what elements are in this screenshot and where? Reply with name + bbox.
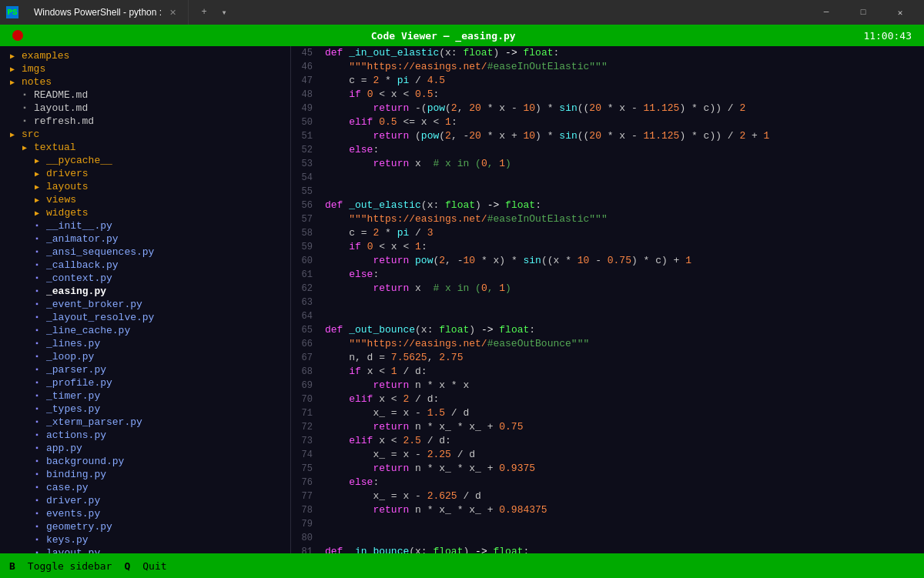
tree-item[interactable]: ▪refresh.md <box>0 115 290 128</box>
minimize-button[interactable]: ─ <box>808 0 844 25</box>
tab-powershell[interactable]: Windows PowerShell - python : ✕ <box>25 0 189 25</box>
line-content: x_ = x - 2.25 / d <box>322 448 924 462</box>
code-line: 80 <box>291 531 924 545</box>
tab-bar: Windows PowerShell - python : ✕ + ▾ <box>25 0 802 25</box>
line-content: n, d = 7.5625, 2.75 <box>322 351 924 365</box>
line-number: 52 <box>291 143 322 157</box>
code-line: 76 else: <box>291 476 924 489</box>
tree-item[interactable]: ▪_lines.py <box>0 337 290 350</box>
code-line: 63 <box>291 296 924 309</box>
tree-item[interactable]: ▶__pycache__ <box>0 154 290 167</box>
file-tree-sidebar[interactable]: ▶examples▶imgs▶notes▪README.md▪layout.md… <box>0 46 291 553</box>
add-tab-button[interactable]: + <box>195 3 213 22</box>
tree-item[interactable]: ▪_layout_resolve.py <box>0 311 290 324</box>
close-button[interactable]: ✕ <box>882 0 918 25</box>
tab-close-button[interactable]: ✕ <box>166 6 179 18</box>
tree-item[interactable]: ▪keys.py <box>0 533 290 546</box>
code-line: 68 if x < 1 / d: <box>291 365 924 379</box>
tree-item[interactable]: ▪layout.py <box>0 546 290 553</box>
tree-item[interactable]: ▪driver.py <box>0 494 290 507</box>
tree-item[interactable]: ▪README.md <box>0 89 290 102</box>
tree-item[interactable]: ▪_types.py <box>0 403 290 416</box>
tree-item[interactable]: ▶views <box>0 193 290 206</box>
folder-label: widgets <box>46 207 89 219</box>
line-content: def _out_bounce(x: float) -> float: <box>322 323 924 337</box>
tree-item[interactable]: ▶imgs <box>0 62 290 75</box>
bottom-bar: B Toggle sidebar Q Quit <box>0 553 924 578</box>
tree-item[interactable]: ▪_easing.py <box>0 285 290 298</box>
tree-item[interactable]: ▪_timer.py <box>0 389 290 403</box>
tab-dropdown-button[interactable]: ▾ <box>215 3 233 22</box>
file-icon: ▪ <box>31 326 43 335</box>
file-label: binding.py <box>46 469 106 480</box>
tree-item[interactable]: ▶layouts <box>0 180 290 193</box>
tree-item[interactable]: ▪geometry.py <box>0 520 290 533</box>
tree-item[interactable]: ▪events.py <box>0 507 290 520</box>
line-content: def _in_out_elastic(x: float) -> float: <box>322 46 924 60</box>
folder-icon: ▶ <box>31 195 43 205</box>
tree-item[interactable]: ▶src <box>0 128 290 141</box>
line-number: 54 <box>291 171 322 185</box>
code-line: 71 x_ = x - 1.5 / d <box>291 406 924 420</box>
window-controls: ─ □ ✕ <box>808 0 918 25</box>
tree-item[interactable]: ▪binding.py <box>0 468 290 481</box>
tree-item[interactable]: ▶textual <box>0 141 290 154</box>
tree-item[interactable]: ▪_callback.py <box>0 259 290 272</box>
tree-item[interactable]: ▶widgets <box>0 206 290 219</box>
line-number: 62 <box>291 282 322 296</box>
line-content: x_ = x - 1.5 / d <box>322 406 924 420</box>
tree-item[interactable]: ▶drivers <box>0 167 290 180</box>
tree-item[interactable]: ▪_ansi_sequences.py <box>0 246 290 259</box>
tree-item[interactable]: ▪_parser.py <box>0 363 290 376</box>
tree-item[interactable]: ▪background.py <box>0 455 290 468</box>
code-editor-area[interactable]: 45def _in_out_elastic(x: float) -> float… <box>291 46 924 553</box>
tree-item[interactable]: ▪_context.py <box>0 272 290 285</box>
code-line: 69 return n * x * x <box>291 379 924 393</box>
tree-item[interactable]: ▪_profile.py <box>0 376 290 389</box>
tree-item[interactable]: ▪_xterm_parser.py <box>0 416 290 429</box>
code-line: 50 elif 0.5 <= x < 1: <box>291 115 924 129</box>
line-content: else: <box>322 268 924 282</box>
line-content: return x # x in (0, 1) <box>322 157 924 171</box>
code-line: 64 <box>291 309 924 323</box>
tree-item[interactable]: ▪app.py <box>0 442 290 455</box>
file-icon: ▪ <box>18 104 31 112</box>
code-line: 62 return x # x in (0, 1) <box>291 282 924 296</box>
file-icon: ▪ <box>31 235 43 243</box>
code-line: 58 c = 2 * pi / 3 <box>291 226 924 240</box>
line-number: 76 <box>291 476 322 489</box>
q-key: Q <box>124 560 130 572</box>
line-number: 51 <box>291 129 322 143</box>
code-line: 59 if 0 < x < 1: <box>291 240 924 254</box>
file-icon: ▪ <box>31 549 43 553</box>
maximize-button[interactable]: □ <box>845 0 881 25</box>
code-line: 72 return n * x_ * x_ + 0.75 <box>291 420 924 434</box>
file-icon: ▪ <box>31 287 43 296</box>
tree-item[interactable]: ▶examples <box>0 49 290 62</box>
tree-item[interactable]: ▪actions.py <box>0 429 290 442</box>
code-line: 67 n, d = 7.5625, 2.75 <box>291 351 924 365</box>
file-label: _line_cache.py <box>46 325 130 336</box>
line-content <box>322 185 924 199</box>
file-icon: ▪ <box>31 313 43 322</box>
file-icon: ▪ <box>18 117 31 125</box>
file-label: _profile.py <box>46 377 112 389</box>
tree-item[interactable]: ▪case.py <box>0 481 290 494</box>
file-icon: ▪ <box>31 352 43 361</box>
tree-item[interactable]: ▪_loop.py <box>0 350 290 363</box>
line-content: if x < 1 / d: <box>322 365 924 379</box>
tree-item[interactable]: ▪_line_cache.py <box>0 324 290 337</box>
tree-item[interactable]: ▶notes <box>0 75 290 89</box>
tree-item[interactable]: ▪__init__.py <box>0 219 290 232</box>
file-label: geometry.py <box>46 521 112 533</box>
tree-item[interactable]: ▪_animator.py <box>0 232 290 246</box>
code-line: 75 return n * x_ * x_ + 0.9375 <box>291 462 924 476</box>
folder-icon: ▶ <box>31 169 43 179</box>
tab-actions: + ▾ <box>195 3 233 22</box>
file-label: case.py <box>46 482 89 493</box>
tree-item[interactable]: ▪_event_broker.py <box>0 298 290 311</box>
line-content: return n * x_ * x_ + 0.9375 <box>322 462 924 476</box>
tree-item[interactable]: ▪layout.md <box>0 102 290 115</box>
code-line: 57 """https://easings.net/#easeInOutElas… <box>291 212 924 226</box>
folder-label: imgs <box>22 63 45 75</box>
